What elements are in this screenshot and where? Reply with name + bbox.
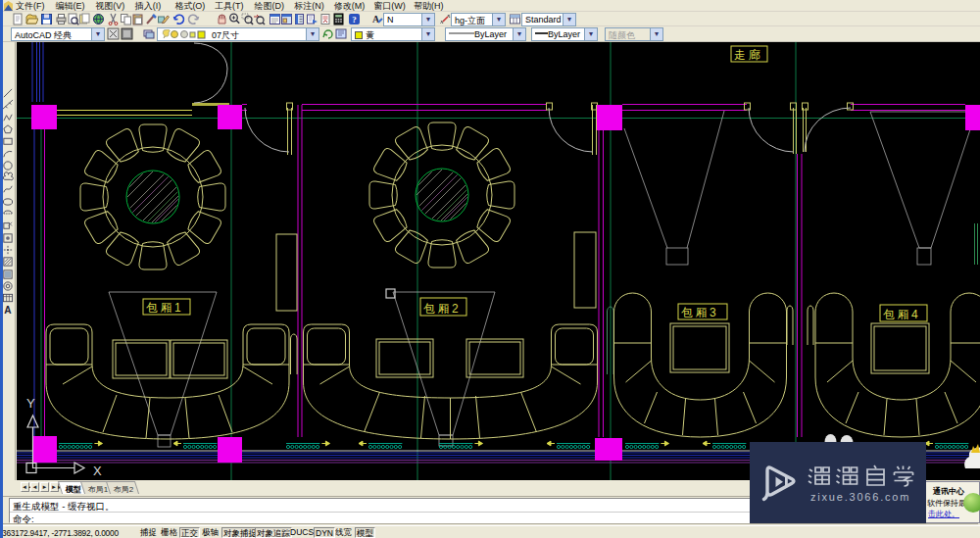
svg-text:?: ? [352,15,357,24]
svg-text:走廊: 走廊 [734,48,762,62]
svg-text:包厢3: 包厢3 [681,306,718,319]
svg-text:包厢1: 包厢1 [146,301,183,315]
svg-text:X: X [93,464,102,478]
svg-text:A: A [4,306,12,317]
svg-text:包厢4: 包厢4 [883,308,920,321]
svg-text:包厢2: 包厢2 [423,302,461,316]
svg-text:Y: Y [26,396,35,411]
